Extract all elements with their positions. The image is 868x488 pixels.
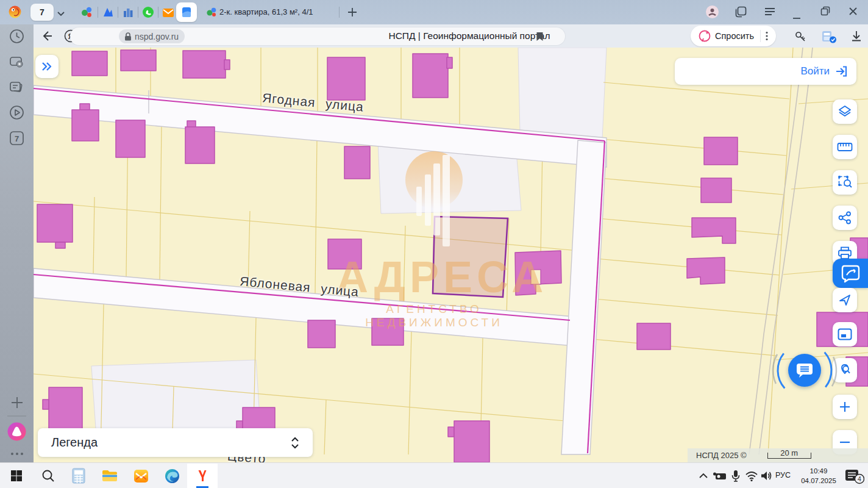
taskbar: РУС 10:49 04.07.2025 4 [0,462,868,488]
tab-title[interactable]: 2-к. квартира, 61,3 м², 4/1 [219,7,328,16]
start-button[interactable] [9,468,24,484]
browser-side-panel: 7 [0,24,34,462]
notification-badge: 4 [858,475,861,483]
download-icon[interactable] [850,30,863,45]
tab-group-chevron-icon[interactable] [57,9,65,20]
login-icon [834,65,848,77]
taskbar-search-icon[interactable] [40,468,56,484]
cadastral-map[interactable] [34,48,868,462]
share-button[interactable] [833,206,857,230]
location-arrow-icon [838,293,852,307]
back-button[interactable] [41,30,53,45]
browser-assistant-widget[interactable] [833,259,868,288]
ruler-button[interactable] [833,135,857,159]
print-icon [838,246,852,260]
page-title: НСПД | Геоинформационный портал [305,30,634,41]
chat-button[interactable] [788,354,821,387]
chat-bubble-icon [795,362,814,379]
ask-label: Спросить [715,31,754,41]
area-search-icon [837,174,853,190]
assistant-bubble-icon [840,263,861,284]
tab-strip: 7 2-к. квартира, 61,3 м², 4/ [0,0,868,24]
screenshot-icon[interactable] [9,54,25,70]
alice-button[interactable] [7,422,27,444]
google-services-icon[interactable] [80,6,93,18]
side-panels-icon[interactable] [735,6,747,20]
city-buildings-icon[interactable] [122,6,134,18]
maximize-button[interactable] [820,6,830,18]
articles-feed-icon[interactable] [9,79,25,96]
scale-bar: 20 m [767,453,811,459]
attribution-text: НСПД 2025 © [688,451,747,460]
clock-time: 10:49 [794,466,843,476]
bookmark-icon[interactable] [536,32,544,44]
video-play-icon[interactable] [9,104,25,121]
yandex-browser-taskbar-active[interactable] [187,464,218,488]
ruler-icon [837,142,853,152]
profile-avatar[interactable] [705,5,719,21]
minimize-button[interactable] [792,11,801,22]
ask-alice-button[interactable]: Спросить [691,26,776,46]
nspd-favicon [180,6,193,18]
seven-widget-icon[interactable]: 7 [9,130,25,146]
language-indicator[interactable]: РУС [775,471,791,479]
microphone-icon[interactable] [728,468,744,484]
history-icon[interactable] [9,28,25,45]
avito-icon[interactable] [102,6,114,18]
address-bar[interactable]: nspd.gov.ru НСПД | Геоинформационный пор… [70,27,565,45]
tray-device-icon[interactable] [712,468,728,484]
volume-icon[interactable] [758,468,774,484]
close-button[interactable] [848,7,858,18]
taskbar-app-calc-icon[interactable] [71,468,87,484]
login-bar[interactable]: Войти [675,58,856,85]
mail-icon[interactable] [162,7,174,19]
layers-icon [838,105,852,118]
more-panels-icon[interactable] [9,445,25,462]
wifi-icon[interactable] [744,468,760,484]
my-location-button[interactable] [833,288,857,312]
scale-label: 20 m [768,448,811,458]
menu-icon[interactable] [764,7,775,18]
file-explorer-icon[interactable] [102,468,118,484]
clock[interactable]: 10:49 04.07.2025 [794,466,843,486]
active-pinned-tab-nspd[interactable] [176,2,197,22]
passwords-key-icon[interactable] [794,30,807,46]
edge-icon[interactable] [164,468,180,484]
share-icon [838,211,852,224]
map-viewport[interactable]: АДРЕСА АГЕНТСТВО НЕДВИЖИМОСТИ Ягодная ул… [34,48,868,462]
panel-divider [7,415,26,417]
taskbar-mail-icon[interactable] [133,468,149,484]
tray-chevron-icon[interactable] [695,468,711,484]
browser-logo-icon[interactable] [8,5,22,21]
url-text: nspd.gov.ru [135,32,179,41]
legend-panel[interactable]: Легенда [38,428,313,457]
whatsapp-icon[interactable] [142,6,154,18]
double-chevron-right-icon [41,62,53,71]
new-tab-button[interactable] [347,7,357,20]
url-chip[interactable]: nspd.gov.ru [119,29,185,43]
add-panel-button[interactable] [9,394,25,411]
lock-icon [124,32,132,41]
legend-collapse-icon[interactable] [291,436,299,450]
browser-toolbar: Я nspd.gov.ru НСПД | Геоинформационный п… [34,24,868,48]
layers-button[interactable] [833,99,857,124]
screenshot-tool-icon[interactable] [821,29,837,46]
expand-panel-button[interactable] [35,55,59,78]
svg-text:7: 7 [15,134,19,143]
map-attribution-bar: НСПД 2025 © 20 m [688,448,868,462]
tab-group-counter[interactable]: 7 [30,4,54,21]
ask-more-icon [766,31,768,41]
minus-icon [839,440,851,444]
login-label: Войти [800,65,830,77]
area-search-button[interactable] [833,170,857,195]
legend-label: Легенда [51,436,98,450]
notifications-button[interactable]: 4 [845,468,864,487]
tab-favicon [206,7,217,20]
browser-window: 7 2-к. квартира, 61,3 м², 4/ [0,0,868,488]
building-notch [531,270,541,284]
clock-date: 04.07.2025 [794,476,843,486]
alice-chat-icon [698,29,711,43]
